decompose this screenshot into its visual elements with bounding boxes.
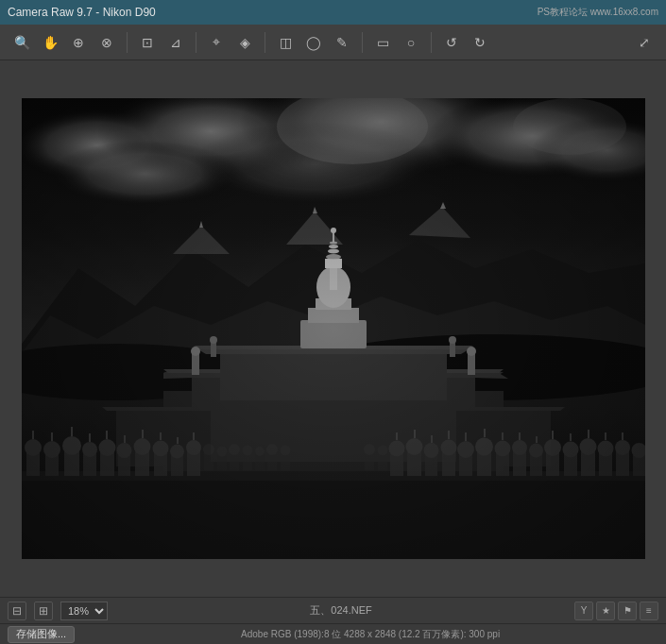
toolbar: 🔍 ✋ ⊕ ⊗ ⊡ ⊿ ⌖ ◈ ◫ ◯ ✎ ▭ ○ ↺ ↻ ⤢: [0, 25, 666, 60]
toolbar-separator-3: [265, 32, 265, 53]
full-screen-btn[interactable]: ⤢: [632, 30, 657, 55]
menu-btn[interactable]: ≡: [640, 602, 658, 620]
star-btn[interactable]: ★: [596, 602, 615, 620]
toolbar-separator-1: [127, 32, 128, 53]
gradient-filter-tool[interactable]: ◫: [273, 30, 298, 55]
zoom-select[interactable]: 18% 25% 50% 100%: [60, 602, 108, 620]
toolbar-separator-5: [431, 32, 432, 53]
radial-filter-tool[interactable]: ◯: [301, 30, 326, 55]
color-sampler-tool[interactable]: ⊗: [94, 30, 119, 55]
filename-label: 五、024.NEF: [115, 603, 567, 618]
bottom-right-buttons: Y ★ ⚑ ≡: [574, 602, 658, 620]
image-container: [22, 98, 645, 559]
white-balance-tool[interactable]: ⊕: [66, 30, 91, 55]
flag-btn[interactable]: ⚑: [618, 602, 637, 620]
title-bar-text: Camera Raw 9.7 - Nikon D90: [8, 6, 156, 19]
redo-tool[interactable]: ↻: [468, 30, 492, 55]
watermark-text: PS教程论坛 www.16xx8.com: [538, 6, 658, 19]
toolbar-separator-2: [196, 32, 196, 53]
action-bar: 存储图像... Adobe RGB (1998):8 位 4288 x 2848…: [0, 623, 666, 644]
svg-rect-149: [22, 98, 645, 559]
undo-tool[interactable]: ↺: [439, 30, 464, 55]
toolbar-separator-4: [362, 32, 363, 53]
toolbar-right: ⤢: [632, 30, 657, 55]
status-info: Adobe RGB (1998):8 位 4288 x 2848 (12.2 百…: [82, 628, 658, 641]
save-image-btn[interactable]: 存储图像...: [8, 626, 75, 643]
checkmark-btn[interactable]: Y: [574, 602, 593, 620]
red-eye-tool[interactable]: ◈: [232, 30, 257, 55]
bottom-bar: ⊟ ⊞ 18% 25% 50% 100% 五、024.NEF Y ★ ⚑ ≡: [0, 597, 666, 623]
title-bar: Camera Raw 9.7 - Nikon D90 PS教程论坛 www.16…: [0, 0, 666, 25]
crop-tool[interactable]: ⊡: [135, 30, 160, 55]
hand-tool[interactable]: ✋: [38, 30, 62, 55]
zoom-tool[interactable]: 🔍: [9, 30, 34, 55]
image-canvas: [22, 98, 645, 559]
prev-frame-btn[interactable]: ⊟: [8, 602, 26, 620]
rect-tool[interactable]: ▭: [370, 30, 395, 55]
main-area: [0, 60, 666, 597]
next-frame-btn[interactable]: ⊞: [34, 602, 53, 620]
oval-tool[interactable]: ○: [399, 30, 423, 55]
spot-removal-tool[interactable]: ⌖: [204, 30, 229, 55]
straighten-tool[interactable]: ⊿: [163, 30, 188, 55]
adjustment-brush-tool[interactable]: ✎: [330, 30, 354, 55]
